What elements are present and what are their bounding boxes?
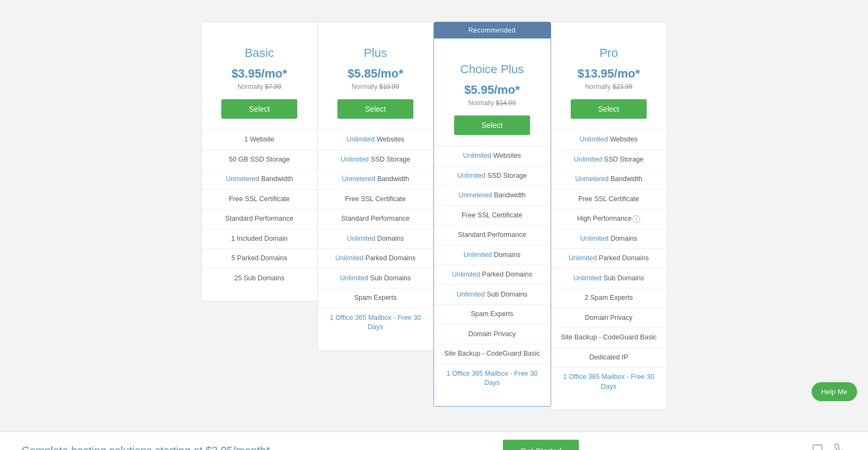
footer-text: Complete hosting solutions starting at $… [22,445,270,450]
list-item: Free SSL Certificate [434,206,551,226]
list-item: Unlimited SSD Storage [551,150,667,170]
plan-normal-price-basic: Normally $7.99 [202,83,317,91]
plan-price-basic: $3.95/mo* [202,67,317,81]
list-item: Site Backup - CodeGuard Basic [434,344,551,364]
list-item: Dedicated IP [551,348,667,368]
info-icon[interactable]: i [633,215,640,223]
list-item: Unmetered Bandwidth [551,170,667,190]
list-item: Unmetered Bandwidth [434,186,551,206]
features-list-plus: Unlimited WebsitesUnlimited SSD StorageU… [318,130,433,337]
list-item: Site Backup - CodeGuard Basic [551,328,667,348]
featured-plan-wrapper: RecommendedChoice Plus$5.95/mo*Normally … [433,22,551,407]
list-item: Unlimited SSD Storage [318,150,433,170]
plan-price-choice-plus: $5.95/mo* [434,83,551,97]
list-item: Spam Experts [318,288,433,308]
plan-normal-price-pro: Normally $23.99 [551,83,667,91]
list-item: High Performancei [551,209,667,229]
list-item: Unmetered Bandwidth [202,170,317,190]
list-item: Domain Privacy [551,308,667,329]
select-button-choice-plus[interactable]: Select [454,115,530,135]
list-item: Unlimited Sub Domains [434,285,551,305]
list-item: 1 Included Domain [202,229,317,249]
plans-container: Basic$3.95/mo*Normally $7.99Select1 Webs… [201,22,667,410]
footer-bar: Complete hosting solutions starting at $… [0,432,868,450]
list-item: Unlimited SSD Storage [434,166,551,187]
list-item: Unlimited Websites [434,146,551,166]
select-button-plus[interactable]: Select [337,99,413,119]
list-item: 1 Website [202,130,317,150]
list-item: Unlimited Domains [318,229,433,249]
plan-card-pro: Pro$13.95/mo*Normally $23.99SelectUnlimi… [551,22,667,410]
list-item: Standard Performance [318,209,433,229]
list-item: Unmetered Bandwidth [318,170,433,190]
get-started-button[interactable]: Get Started [503,440,579,450]
plan-card-choice-plus: Choice Plus$5.95/mo*Normally $14.99Selec… [434,38,551,406]
plan-card-basic: Basic$3.95/mo*Normally $7.99Select1 Webs… [201,22,318,301]
select-button-pro[interactable]: Select [571,99,647,119]
help-button[interactable]: Help Me [812,382,857,401]
phone-icon[interactable] [834,443,846,450]
list-item: Unlimited Parked Domains [551,249,667,269]
features-list-choice-plus: Unlimited WebsitesUnlimited SSD StorageU… [434,146,551,393]
list-item: 50 GB SSD Storage [202,150,317,170]
plan-name-pro: Pro [551,46,667,60]
features-list-pro: Unlimited WebsitesUnlimited SSD StorageU… [551,130,667,396]
list-item: Unlimited Domains [434,246,551,266]
list-item: Unlimited Websites [551,130,667,150]
plan-name-choice-plus: Choice Plus [434,62,551,76]
plan-price-plus: $5.85/mo* [318,67,433,81]
list-item: 1 Office 365 Mailbox - Free 30 Days [551,368,667,396]
list-item: Unlimited Websites [318,130,433,150]
plan-price-pro: $13.95/mo* [551,67,667,81]
features-list-basic: 1 Website50 GB SSD StorageUnmetered Band… [202,130,317,288]
list-item: Unlimited Sub Domains [318,269,433,289]
plan-normal-price-plus: Normally $10.99 [318,83,433,91]
select-button-basic[interactable]: Select [221,99,297,119]
list-item: 5 Parked Domains [202,249,317,269]
list-item: Spam Experts [434,305,551,325]
footer-icons [812,443,846,450]
list-item: Standard Performance [202,209,317,229]
list-item: Unlimited Sub Domains [551,269,667,289]
list-item: Standard Performance [434,226,551,246]
list-item: Free SSL Certificate [202,190,317,210]
recommended-badge: Recommended [434,22,551,38]
chat-icon[interactable] [812,443,824,450]
plan-normal-price-choice-plus: Normally $14.99 [434,99,551,107]
list-item: Free SSL Certificate [318,190,433,210]
plan-name-plus: Plus [318,46,433,60]
list-item: Unlimited Domains [551,229,667,249]
list-item: Free SSL Certificate [551,190,667,210]
plan-name-basic: Basic [202,46,317,60]
list-item: Unlimited Parked Domains [434,265,551,285]
list-item: Unlimited Parked Domains [318,249,433,269]
list-item: 1 Office 365 Mailbox - Free 30 Days [434,364,551,393]
list-item: 25 Sub Domains [202,269,317,288]
plan-card-plus: Plus$5.85/mo*Normally $10.99SelectUnlimi… [317,22,434,351]
list-item: Domain Privacy [434,325,551,345]
list-item: 2 Spam Experts [551,288,667,308]
list-item: 1 Office 365 Mailbox - Free 30 Days [318,308,433,337]
